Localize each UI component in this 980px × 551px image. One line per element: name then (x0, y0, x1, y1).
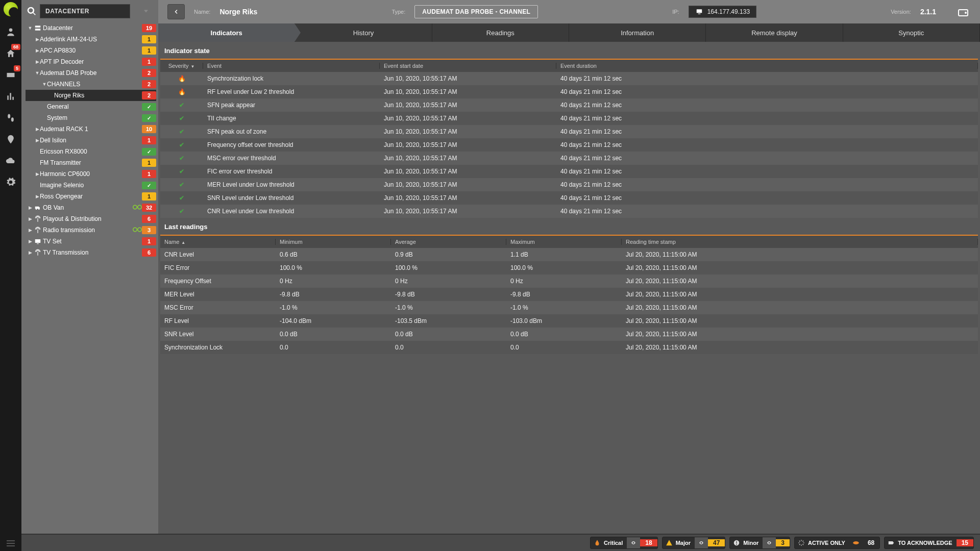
critical-pill[interactable]: Critical 18 (590, 537, 658, 549)
tab-remote-display[interactable]: Remote display (706, 23, 843, 42)
svg-point-16 (965, 12, 967, 14)
tab-history[interactable]: History (295, 23, 432, 42)
tree-item[interactable]: Ericsson RX8000 (26, 146, 156, 157)
check-icon: ✔ (179, 194, 184, 202)
tab-information[interactable]: Information (569, 23, 706, 42)
home-icon[interactable]: 68 (0, 43, 21, 64)
indicator-row[interactable]: ✔MER Level under Low thresholdJun 10, 20… (160, 178, 978, 191)
check-icon: ✔ (179, 168, 184, 175)
indicator-row[interactable]: 🔥Synchronization lockJun 10, 2020, 10:55… (160, 72, 978, 85)
tree-item[interactable]: ▶Ross Opengear1 (26, 191, 156, 202)
eye-icon (627, 537, 640, 548)
tab-readings[interactable]: Readings (432, 23, 569, 42)
version-value: 2.1.1 (920, 8, 936, 16)
reading-row[interactable]: RF Level-104.0 dBm-103.5 dBm-103.0 dBmJu… (160, 314, 978, 328)
col-name[interactable]: Name▲ (160, 239, 276, 245)
ip-label: IP: (672, 9, 679, 15)
reading-row[interactable]: CNR Level0.6 dB0.9 dB1.1 dBJul 20, 2020,… (160, 248, 978, 261)
main: Name: Norge Riks Type: AUDEMAT DAB PROBE… (158, 0, 980, 551)
type-value: AUDEMAT DAB PROBE - CHANNEL (414, 5, 538, 18)
search-icon[interactable] (27, 6, 37, 16)
tree-item[interactable]: System (26, 112, 156, 123)
svg-point-2 (11, 117, 14, 121)
steps-icon[interactable] (0, 107, 21, 129)
col-duration[interactable]: Event duration (556, 63, 978, 69)
check-icon: ✔ (179, 181, 184, 188)
ticket-icon[interactable]: 5 (0, 64, 21, 86)
tree-item[interactable]: ▶APT IP Decoder1 (26, 56, 156, 67)
tree-item[interactable]: ▶OB Van32 (26, 202, 156, 213)
hamburger-icon[interactable] (0, 536, 21, 551)
active-only-pill[interactable]: ACTIVE ONLY 68 (794, 537, 880, 549)
reading-row[interactable]: MSC Error-1.0 %-1.0 %-1.0 %Jul 20, 2020,… (160, 301, 978, 314)
minor-pill[interactable]: Minor 3 (729, 537, 790, 549)
svg-point-8 (138, 205, 142, 209)
indicator-row[interactable]: ✔SFN peak appearJun 10, 2020, 10:55:17 A… (160, 98, 978, 112)
datacenter-select[interactable] (40, 4, 130, 18)
reading-row[interactable]: SNR Level0.0 dB0.0 dB0.0 dBJul 20, 2020,… (160, 328, 978, 341)
gear-icon[interactable] (0, 171, 21, 193)
col-event[interactable]: Event (203, 63, 380, 69)
reading-row[interactable]: Synchronization Lock0.00.00.0Jul 20, 202… (160, 341, 978, 354)
logo-icon[interactable] (4, 2, 18, 16)
svg-rect-14 (698, 14, 700, 14)
fire-icon: 🔥 (178, 75, 186, 82)
col-average[interactable]: Average (391, 239, 506, 245)
tree-item[interactable]: ▶Dell Isilon1 (26, 135, 156, 146)
indicator-row[interactable]: ✔MSC error over thresholdJun 10, 2020, 1… (160, 152, 978, 165)
tab-synoptic[interactable]: Synoptic (843, 23, 980, 42)
indicator-row[interactable]: ✔CNR Level under Low thresholdJun 10, 20… (160, 205, 978, 218)
tab-indicators[interactable]: Indicators (158, 23, 295, 42)
tree-item[interactable]: ▶Adderlink AIM-24-US1 (26, 34, 156, 45)
svg-point-19 (736, 544, 737, 545)
sort-desc-icon: ▼ (190, 64, 194, 69)
col-severity[interactable]: Severity▼ (160, 63, 203, 69)
reading-row[interactable]: MER Level-9.8 dB-9.8 dB-9.8 dBJul 20, 20… (160, 288, 978, 301)
check-icon: ✔ (179, 155, 184, 162)
indicator-row[interactable]: ✔SFN peak out of zoneJun 10, 2020, 10:55… (160, 125, 978, 138)
tree-item[interactable]: ▶APC AP88301 (26, 45, 156, 56)
topbar: Name: Norge Riks Type: AUDEMAT DAB PROBE… (158, 0, 980, 23)
tree-item[interactable]: ▼CHANNELS2 (26, 79, 156, 90)
ticket-badge: 5 (14, 65, 20, 71)
indicator-row[interactable]: ✔Frequency offset over thresholdJun 10, … (160, 138, 978, 152)
tree-item[interactable]: Imagine Selenio (26, 180, 156, 191)
indicator-row[interactable]: ✔SNR Level under Low thresholdJun 10, 20… (160, 191, 978, 205)
tree-item[interactable]: FM Transmitter1 (26, 157, 156, 168)
user-icon[interactable] (0, 21, 21, 43)
indicator-state-title: Indicator state (160, 42, 978, 60)
tree-item[interactable]: Norge Riks2 (26, 90, 156, 101)
tree-item[interactable]: ▶Playout & Distribution6 (26, 213, 156, 224)
indicator-row[interactable]: ✔FIC error over thresholdJun 10, 2020, 1… (160, 165, 978, 178)
check-icon: ✔ (179, 115, 184, 122)
tree-item[interactable]: ▼Audemat DAB Probe2 (26, 67, 156, 79)
tree-item[interactable]: ▶Audemat RACK 110 (26, 123, 156, 135)
col-timestamp[interactable]: Reading time stamp (622, 239, 978, 245)
col-minimum[interactable]: Minimum (276, 239, 391, 245)
svg-rect-11 (35, 239, 41, 243)
chart-icon[interactable] (0, 86, 21, 107)
cloud-icon[interactable] (0, 150, 21, 171)
ip-value[interactable]: 164.177.49.133 (689, 6, 756, 18)
tree-item[interactable]: ▶TV Transmission6 (26, 247, 156, 258)
back-button[interactable] (167, 4, 185, 19)
status-bar: Critical 18 Major 47 Minor 3 ACTIVE ONLY… (21, 534, 980, 551)
fire-icon: 🔥 (178, 88, 186, 95)
indicator-row[interactable]: 🔥RF Level under Low 2 thresholdJun 10, 2… (160, 85, 978, 98)
reading-row[interactable]: Frequency Offset0 Hz0 Hz0 HzJul 20, 2020… (160, 274, 978, 288)
tree-item[interactable]: ▶Radio transmission3 (26, 224, 156, 236)
vertical-nav: 68 5 (0, 0, 21, 551)
indicator-row[interactable]: ✔TII changeJun 10, 2020, 10:55:17 AM40 d… (160, 112, 978, 125)
tree-item[interactable]: ▶TV Set1 (26, 236, 156, 247)
acknowledge-pill[interactable]: TO ACKNOWLEDGE 15 (884, 537, 974, 549)
home-badge: 68 (11, 44, 20, 50)
tree-item[interactable]: ▼Datacenter19 (26, 22, 156, 34)
location-icon[interactable] (0, 129, 21, 150)
reading-row[interactable]: FIC Error100.0 %100.0 %100.0 %Jul 20, 20… (160, 261, 978, 274)
major-pill[interactable]: Major 47 (662, 537, 726, 549)
col-maximum[interactable]: Maximum (506, 239, 622, 245)
svg-rect-18 (737, 541, 737, 544)
col-start-date[interactable]: Event start date (380, 63, 556, 69)
tree-item[interactable]: General (26, 101, 156, 112)
tree-item[interactable]: ▶Harmonic CP60001 (26, 168, 156, 180)
